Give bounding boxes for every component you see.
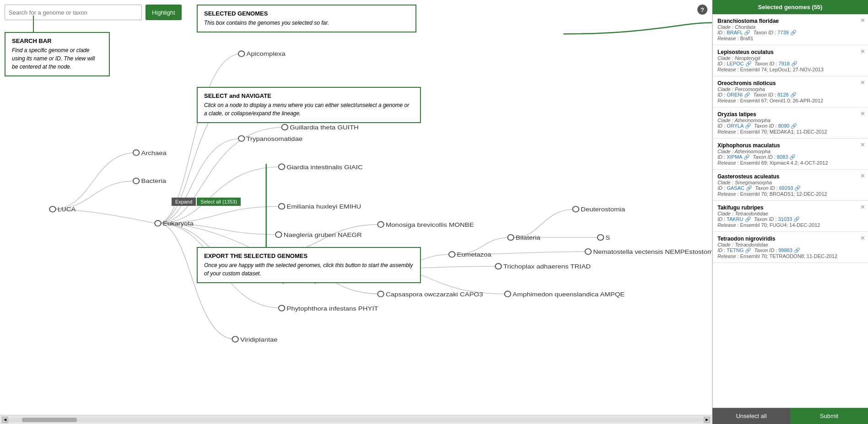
- scroll-left-arrow[interactable]: ◀: [2, 417, 8, 423]
- label-naegleria: Naegleria gruberi NAEGR: [284, 231, 362, 238]
- label-eumetazoa: Eumetazoa: [457, 251, 491, 258]
- label-guillardia: Guillardia theta GUITH: [290, 124, 359, 131]
- node-apicomplexa[interactable]: [238, 51, 245, 56]
- select-navigate-tooltip-title: SELECT and NAVIGATE: [204, 92, 414, 99]
- genome-clade: Clade : Atherinomorpha: [717, 118, 863, 123]
- label-s: S: [605, 234, 610, 241]
- genome-id-link[interactable]: BRAFL 🔗: [727, 30, 750, 35]
- genome-ids: ID : TETNG 🔗 Taxon ID : 99883 🔗: [717, 247, 863, 253]
- genome-id-link[interactable]: LEPOC 🔗: [727, 61, 751, 66]
- expand-button[interactable]: Expand: [172, 198, 196, 206]
- node-amphimedon[interactable]: [505, 291, 511, 297]
- genome-id-link[interactable]: ORENI 🔗: [727, 92, 750, 97]
- genome-name: Branchiostoma floridae: [717, 18, 863, 24]
- genome-release: Release : Ensembl 69; Xipmac4.4.2; 4-OCT…: [717, 160, 863, 166]
- node-luca[interactable]: [49, 206, 56, 212]
- genome-ids: ID : BRAFL 🔗 Taxon ID : 7739 🔗: [717, 30, 863, 36]
- node-bacteria[interactable]: [133, 178, 140, 183]
- genome-release: Release : Ensembl 67; Orenil1.0; 26-APR-…: [717, 98, 863, 103]
- genome-release: Release : Ensembl 70; TETRAODON8; 11-DEC…: [717, 253, 863, 259]
- genome-remove-button[interactable]: ✕: [860, 48, 865, 55]
- node-deuterostomia[interactable]: [573, 206, 579, 212]
- node-emiliania[interactable]: [279, 204, 285, 209]
- node-phytophthora[interactable]: [279, 305, 285, 311]
- node-bilateria[interactable]: [507, 235, 514, 240]
- highlight-button[interactable]: Highlight: [146, 5, 182, 20]
- label-eukaryota: Eukaryota: [163, 220, 194, 227]
- genome-list-item: ✕ Lepisosteus oculatus Clade : Neopteryg…: [713, 45, 868, 76]
- genome-ids: ID : TAKRU 🔗 Taxon ID : 31033 🔗: [717, 216, 863, 222]
- genome-list-item: ✕ Oryzias latipes Clade : Atherinomorpha…: [713, 107, 868, 139]
- genome-remove-button[interactable]: ✕: [860, 172, 865, 179]
- node-trichoplax[interactable]: [495, 263, 501, 269]
- genome-id-link[interactable]: XIPMA 🔗: [727, 154, 750, 160]
- submit-button[interactable]: Submit: [790, 408, 868, 424]
- genome-ids: ID : LEPOC 🔗 Taxon ID : 7918 🔗: [717, 61, 863, 67]
- genome-id-link[interactable]: TAKRU 🔗: [727, 216, 751, 222]
- node-giardia[interactable]: [279, 164, 285, 169]
- genome-release: Release : Brafl1: [717, 36, 863, 41]
- node-eumetazoa[interactable]: [449, 252, 455, 257]
- genome-remove-button[interactable]: ✕: [860, 110, 865, 117]
- node-naegleria[interactable]: [275, 232, 282, 237]
- node-archaea[interactable]: [133, 150, 140, 156]
- genome-remove-button[interactable]: ✕: [860, 141, 865, 148]
- right-panel: Selected genomes (55) ✕ Branchiostoma fl…: [712, 0, 868, 424]
- scrollbar-thumb[interactable]: [22, 418, 77, 422]
- genome-remove-button[interactable]: ✕: [860, 79, 865, 86]
- node-viridiplantae[interactable]: [232, 336, 238, 342]
- genome-taxon-link[interactable]: 69293 🔗: [779, 185, 801, 191]
- genome-taxon-link[interactable]: 8090 🔗: [778, 123, 798, 129]
- label-phytophthora: Phytophthora infestans PHYIT: [286, 305, 378, 311]
- label-bacteria: Bacteria: [141, 177, 166, 184]
- genome-remove-button[interactable]: ✕: [860, 204, 865, 210]
- label-deuterostomia: Deuterostomia: [581, 206, 625, 213]
- scroll-right-arrow[interactable]: ▶: [704, 417, 710, 423]
- scrollbar-area: ◀ ▶: [0, 415, 712, 424]
- node-nematostella[interactable]: [585, 249, 592, 254]
- genome-taxon-link[interactable]: 31033 🔗: [778, 216, 800, 222]
- genome-remove-button[interactable]: ✕: [860, 17, 865, 24]
- node-guillardia[interactable]: [282, 124, 288, 130]
- genome-name: Oryzias latipes: [717, 111, 863, 118]
- genome-name: Takifugu rubripes: [717, 204, 863, 211]
- right-panel-header: Selected genomes (55): [712, 0, 868, 14]
- unselect-all-button[interactable]: Unselect all: [712, 408, 790, 424]
- genome-id-link[interactable]: GASAC 🔗: [727, 185, 752, 191]
- select-all-button[interactable]: Select all (1353): [197, 198, 241, 206]
- genome-id-link[interactable]: TETNG 🔗: [727, 247, 751, 253]
- tree-area: Highlight ? SEARCH BAR Find a specific g…: [0, 0, 712, 424]
- genome-taxon-link[interactable]: 8128 🔗: [777, 92, 797, 97]
- label-trypanosomatidae: Trypanosomatidae: [247, 135, 303, 142]
- right-panel-footer: Unselect all Submit: [712, 408, 868, 424]
- node-eukaryota[interactable]: [155, 220, 161, 226]
- search-tooltip-body: Find a specific genome or clade using it…: [12, 46, 102, 71]
- label-monosiga: Monosiga brevicollis MONBE: [386, 221, 474, 228]
- genome-clade: Clade : Tetraodontidae: [717, 211, 863, 216]
- search-input[interactable]: [5, 5, 142, 20]
- node-monosiga[interactable]: [377, 222, 384, 227]
- genome-name: Oreochromis niloticus: [717, 80, 863, 86]
- genome-list: ✕ Branchiostoma floridae Clade : Chordat…: [712, 14, 868, 408]
- scrollbar-track[interactable]: [8, 418, 704, 422]
- genome-remove-button[interactable]: ✕: [860, 235, 865, 242]
- node-s[interactable]: [598, 235, 604, 240]
- genome-clade: Clade : Chordata: [717, 24, 863, 30]
- genome-name: Xiphophorus maculatus: [717, 142, 863, 149]
- node-capsaspora[interactable]: [377, 291, 384, 297]
- genome-taxon-link[interactable]: 7918 🔗: [778, 61, 798, 66]
- genome-release: Release : Ensembl 70; MEDAKA1; 11-DEC-20…: [717, 129, 863, 134]
- label-capsaspora: Capsaspora owczarzaki CAPO3: [386, 290, 483, 297]
- genome-id-link[interactable]: ORYLA 🔗: [727, 123, 751, 129]
- genome-taxon-link[interactable]: 99883 🔗: [778, 247, 800, 253]
- export-tooltip-title: EXPORT THE SELECTED GENOMES: [204, 252, 414, 259]
- genome-clade: Clade : Atherinomorpha: [717, 149, 863, 154]
- genome-ids: ID : XIPMA 🔗 Taxon ID : 8083 🔗: [717, 154, 863, 160]
- node-trypanosomatidae[interactable]: [238, 136, 245, 141]
- genome-taxon-link[interactable]: 8083 🔗: [777, 154, 796, 160]
- label-emiliania: Emiliania huxleyi EMIHU: [286, 203, 361, 210]
- selected-genomes-tooltip: SELECTED GENOMES This box contains the g…: [197, 5, 416, 32]
- genome-ids: ID : GASAC 🔗 Taxon ID : 69293 🔗: [717, 185, 863, 191]
- genome-taxon-link[interactable]: 7739 🔗: [777, 30, 797, 35]
- help-icon[interactable]: ?: [697, 5, 707, 15]
